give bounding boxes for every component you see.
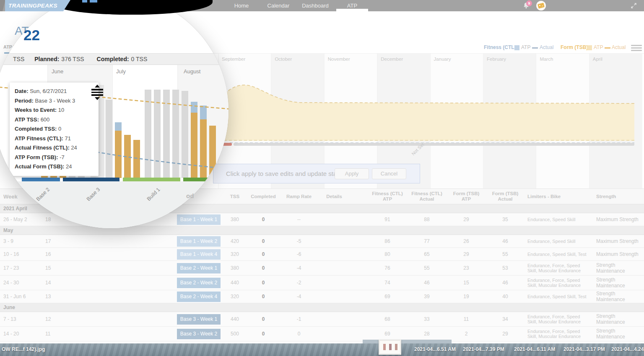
desktop-filename: OW RE...f 142).jpg [2, 346, 45, 352]
cell-form_actual: 34 [485, 316, 526, 322]
period-chip[interactable]: Base 3 - Week 1 [177, 314, 221, 325]
chart-menu-icon[interactable] [631, 45, 642, 52]
cell-form_atp: 23 [448, 265, 485, 271]
cell-ramp: -- [278, 217, 320, 222]
cell-fitness_atp: 69 [369, 294, 406, 299]
period-band-not-set[interactable] [234, 143, 634, 146]
cell-num: 12 [45, 316, 71, 322]
period-header-fragment: od [186, 192, 194, 199]
cell-completed: 0 [249, 331, 278, 337]
cell-tss: 380 [221, 265, 249, 271]
header-form_atp: Form (TSB) ATP [448, 191, 485, 202]
apply-button[interactable]: Apply [335, 168, 369, 179]
legend-fitness-actual-swatch [532, 47, 538, 49]
table-section-header: June [0, 303, 644, 312]
cell-limiters: Endurance, Speed Skill, Test [526, 294, 592, 299]
nav-tab-home[interactable]: Home [223, 0, 260, 11]
scrollbar-thumb[interactable] [363, 340, 452, 343]
header-details: Details [320, 194, 348, 199]
cell-num: 11 [45, 331, 71, 337]
cell-form_atp: 15 [448, 280, 485, 286]
header-form_actual: Form (TSB) Actual [485, 191, 526, 202]
notification-badge: 9 [526, 0, 532, 6]
cell-tss: 380 [221, 217, 249, 222]
legend-fitness-title[interactable]: Fitness (CTL) [484, 44, 516, 50]
cell-week: 14 - 20 [0, 331, 45, 337]
period-band-base-2[interactable] [22, 178, 60, 181]
tooltip-row: Date: Sun, 6/27/2021 [15, 87, 93, 96]
nav-tab-dashboard[interactable]: Dashboard [297, 0, 334, 11]
cell-num: 15 [45, 265, 71, 271]
cell-strength: Strength Maintenance [592, 313, 644, 325]
period-chip[interactable]: Base 3 - Week 2 [177, 329, 221, 339]
cell-tss: 440 [221, 316, 249, 322]
period-chip[interactable]: Base 2 - Week 1 [177, 263, 221, 273]
table-row: 14 - 2011Base 3 - Week 2500006928229Endu… [0, 327, 644, 341]
cell-completed: 0 [249, 238, 278, 244]
avatar[interactable] [536, 1, 546, 10]
cell-period: Base 2 - Week 4 [177, 292, 221, 302]
cell-fitness_actual: 46 [406, 280, 448, 286]
cell-completed: 0 [249, 265, 278, 271]
cell-period: Base 2 - Week 1 [177, 263, 221, 273]
expand-icon[interactable] [631, 3, 637, 9]
header-tss: TSS [221, 194, 249, 199]
period-band-build-1[interactable] [123, 178, 180, 181]
timestamp: 2021-04...6.11 AM [514, 346, 555, 352]
cell-ramp: -4 [278, 294, 320, 299]
table-row: 31 - Jun 613Base 2 - Week 43200-46939194… [0, 290, 644, 303]
period-band-base-3[interactable] [63, 178, 119, 181]
table-row: 10 - 1616Base 1 - Week 43200-680652955En… [0, 248, 644, 261]
timestamp: 2021-04...7.39 PM [463, 346, 504, 352]
magnified-title-year: 22 [23, 27, 40, 44]
cell-tss: 320 [221, 251, 249, 257]
legend-form-atp-label[interactable]: ATP [594, 44, 603, 50]
trainingpeaks-logo[interactable]: TRAININGPEAKS [5, 0, 70, 11]
cell-week: 31 - Jun 6 [0, 294, 45, 299]
cell-tss: 440 [221, 280, 249, 286]
table-row: 7 - 1312Base 3 - Week 14400-168331134End… [0, 312, 644, 327]
nav-items: HomeCalendarDashboardATP [223, 0, 371, 11]
legend-form-title[interactable]: Form (TSB) [561, 44, 588, 50]
cell-completed: 0 [249, 280, 278, 286]
period-chip[interactable]: Base 1 - Week 1 [177, 214, 221, 225]
cell-num: 13 [45, 294, 71, 299]
cell-fitness_actual: 88 [406, 217, 448, 222]
cell-ramp: -2 [278, 280, 320, 286]
cell-period: Base 1 - Week 4 [177, 249, 221, 260]
week-tooltip: Date: Sun, 6/27/2021Period: Base 3 - Wee… [10, 83, 99, 176]
cell-form_atp: 29 [448, 217, 485, 222]
cell-ramp: -6 [278, 251, 320, 257]
cell-period: Base 1 - Week 1 [177, 214, 221, 225]
period-chip[interactable]: Base 2 - Week 4 [177, 292, 221, 302]
legend-form-actual-label[interactable]: Actual [612, 44, 626, 50]
cell-fitness_actual: 39 [406, 294, 448, 299]
tooltip-row: ATP TSS: 600 [15, 115, 93, 125]
cancel-button[interactable]: Cancel [372, 168, 406, 179]
cell-limiters: Endurance, Speed Skill, Test [526, 252, 592, 257]
nav-tab-atp[interactable]: ATP [334, 0, 371, 11]
legend-fitness-atp-swatch [514, 45, 519, 50]
cell-fitness_atp: 74 [369, 280, 406, 286]
cell-fitness_atp: 76 [369, 265, 406, 271]
period-chip[interactable]: Base 2 - Week 2 [177, 278, 221, 288]
nav-tab-calendar[interactable]: Calendar [260, 0, 297, 11]
cell-completed: 0 [249, 217, 278, 222]
cell-limiters: Endurance, Force, Speed Skill, Muscular … [526, 278, 592, 288]
cell-strength: Maximum Strength [592, 251, 644, 257]
cell-fitness_actual: 65 [406, 251, 448, 257]
drag-handle-icon[interactable] [91, 85, 104, 100]
period-chip[interactable]: Base 1 - Week 2 [177, 236, 221, 247]
legend-form-atp-swatch [587, 45, 592, 50]
legend-fitness-actual-label[interactable]: Actual [540, 44, 553, 50]
cell-fitness_actual: 77 [406, 238, 448, 244]
cell-limiters: Endurance, Force, Speed Skill, Muscular … [526, 314, 592, 325]
cell-strength: Strength Maintenance [592, 291, 644, 302]
timestamp: 2021-04...6.51 AM [414, 346, 456, 352]
period-band[interactable] [183, 178, 208, 181]
photo-thumbnail [379, 340, 401, 355]
cell-ramp: -1 [278, 316, 320, 322]
period-chip[interactable]: Base 1 - Week 4 [177, 249, 221, 260]
legend-fitness-atp-label[interactable]: ATP [521, 44, 530, 50]
cell-ramp: -5 [278, 238, 320, 244]
